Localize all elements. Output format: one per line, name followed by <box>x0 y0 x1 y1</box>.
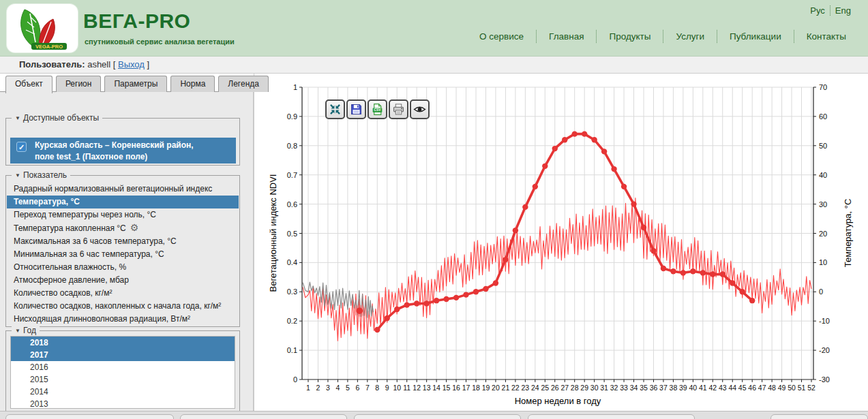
svg-text:40: 40 <box>819 171 827 179</box>
indicator-legend[interactable]: ▼Показатель <box>12 170 70 180</box>
svg-text:29: 29 <box>580 384 588 392</box>
indicator-item-3[interactable]: Температура накопленная °С⚙ <box>7 221 239 235</box>
svg-text:27: 27 <box>560 384 569 392</box>
svg-text:26: 26 <box>551 384 559 392</box>
svg-text:0.8: 0.8 <box>287 142 297 150</box>
svg-text:15: 15 <box>443 384 451 392</box>
svg-text:50: 50 <box>819 142 827 150</box>
logout-link[interactable]: Выход <box>118 59 145 69</box>
indicator-item-10[interactable]: Нисходящая длинноволновая радиация, Вт/м… <box>7 313 239 326</box>
svg-text:70: 70 <box>819 83 827 91</box>
svg-text:CSV: CSV <box>374 108 382 112</box>
available-objects-section: ▼Доступные объекты ✓ Курская область – К… <box>5 118 240 166</box>
indicator-item-1[interactable]: Температура, °С <box>7 196 239 208</box>
svg-text:50: 50 <box>788 384 796 392</box>
available-objects-legend[interactable]: ▼Доступные объекты <box>12 113 102 123</box>
nav-item-4[interactable]: Публикации <box>717 30 794 43</box>
svg-text:-10: -10 <box>819 317 830 325</box>
svg-text:30: 30 <box>590 384 599 392</box>
svg-text:0.4: 0.4 <box>287 258 297 266</box>
nav-item-0[interactable]: О сервисе <box>467 30 536 43</box>
svg-text:46: 46 <box>748 384 756 392</box>
visibility-button[interactable] <box>410 99 430 119</box>
svg-text:48: 48 <box>768 384 776 392</box>
chart-toolbar: CSV <box>325 99 430 119</box>
svg-text:3: 3 <box>326 384 330 392</box>
svg-text:17: 17 <box>462 384 470 392</box>
eye-icon <box>413 103 426 116</box>
fit-chart-button[interactable] <box>325 99 345 119</box>
lang-option-рус[interactable]: Рус <box>805 5 830 16</box>
tab-0[interactable]: Объект <box>5 76 53 93</box>
bottom-panel-tab-2[interactable] <box>354 414 521 419</box>
user-bar: Пользователь: ashell [ Выход ] <box>0 57 868 74</box>
nav-item-3[interactable]: Услуги <box>663 30 717 43</box>
bottom-panel-tab-0[interactable] <box>5 414 174 419</box>
object-checkbox[interactable]: ✓ <box>16 142 27 152</box>
indicator-item-6[interactable]: Относительная влажность, % <box>7 261 239 274</box>
object-item-kurskaya[interactable]: ✓ Курская область – Кореневский район, п… <box>10 138 236 164</box>
svg-text:VEGA-PRO: VEGA-PRO <box>35 44 63 50</box>
svg-text:40: 40 <box>689 384 698 392</box>
gear-icon[interactable]: ⚙ <box>130 222 139 233</box>
bottom-panel-tab-4[interactable] <box>770 414 868 419</box>
svg-text:51: 51 <box>798 384 806 392</box>
year-item-2016[interactable]: 2016 <box>11 361 235 373</box>
svg-text:44: 44 <box>728 384 736 392</box>
username: ashell <box>87 59 110 69</box>
bottom-panel-tab-1[interactable] <box>180 414 347 419</box>
svg-text:5: 5 <box>346 384 350 392</box>
svg-text:18: 18 <box>472 384 480 392</box>
indicator-item-9[interactable]: Количество осадков, накопленных с начала… <box>7 300 239 313</box>
indicator-item-8[interactable]: Количество осадков, кг/м² <box>7 287 239 300</box>
year-item-2017[interactable]: 2017 <box>11 349 235 361</box>
indicator-item-4[interactable]: Максимальная за 6 часов температура, °С <box>7 235 239 248</box>
svg-text:6: 6 <box>355 384 359 392</box>
brand-subtitle: спутниковый сервис анализа вегетации <box>85 37 235 46</box>
brand-title: ВЕГА-PRO <box>83 10 190 33</box>
svg-text:30: 30 <box>819 200 827 208</box>
svg-text:7: 7 <box>365 384 370 392</box>
indicator-item-7[interactable]: Атмосферное давление, мбар <box>7 274 239 287</box>
year-legend[interactable]: ▼Год <box>12 326 40 335</box>
svg-text:12: 12 <box>413 384 421 392</box>
vega-pro-logo[interactable]: VEGA-PRO <box>7 4 78 52</box>
svg-text:0.1: 0.1 <box>287 346 297 354</box>
svg-text:39: 39 <box>679 384 687 392</box>
tab-2[interactable]: Параметры <box>104 76 167 92</box>
svg-text:9: 9 <box>385 384 389 392</box>
year-item-2018[interactable]: 2018 <box>11 337 235 349</box>
tab-4[interactable]: Легенда <box>218 76 269 92</box>
svg-text:28: 28 <box>571 384 579 392</box>
tab-1[interactable]: Регион <box>56 76 102 92</box>
collapse-triangle-icon: ▼ <box>15 328 20 334</box>
year-item-2014[interactable]: 2014 <box>11 386 235 398</box>
print-button[interactable] <box>389 99 408 119</box>
floppy-disk-icon <box>350 103 363 116</box>
nav-item-2[interactable]: Продукты <box>596 30 663 43</box>
svg-text:42: 42 <box>708 384 717 392</box>
tab-3[interactable]: Норма <box>170 76 215 92</box>
svg-text:36: 36 <box>650 384 658 392</box>
indicator-item-5[interactable]: Минимальная за 6 час температура, °С <box>7 248 239 261</box>
nav-item-1[interactable]: Главная <box>536 30 596 43</box>
object-item-line1: Курская область – Кореневский район, <box>35 140 194 150</box>
sidebar-tabs: ОбъектРегионПараметрыНормаЛегенда <box>5 76 269 92</box>
save-button[interactable] <box>346 99 366 119</box>
bracket-open: [ <box>113 59 116 69</box>
lang-option-eng[interactable]: Eng <box>830 5 856 16</box>
year-item-2013[interactable]: 2013 <box>11 398 235 409</box>
svg-text:2: 2 <box>316 384 320 392</box>
svg-text:-20: -20 <box>819 346 830 354</box>
indicator-item-2[interactable]: Переход температуры через ноль, °С <box>7 208 239 221</box>
year-item-2015[interactable]: 2015 <box>11 373 235 386</box>
indicator-item-0[interactable]: Радарный нормализованный вегетационный и… <box>7 183 239 196</box>
svg-text:25: 25 <box>541 384 549 392</box>
svg-text:14: 14 <box>432 384 440 392</box>
export-csv-button[interactable]: CSV <box>368 99 387 119</box>
svg-text:-30: -30 <box>819 375 830 384</box>
bracket-close: ] <box>147 59 150 69</box>
svg-text:20: 20 <box>819 230 827 238</box>
nav-item-5[interactable]: Контакты <box>794 30 858 43</box>
bottom-panel-tab-3[interactable] <box>528 414 695 419</box>
